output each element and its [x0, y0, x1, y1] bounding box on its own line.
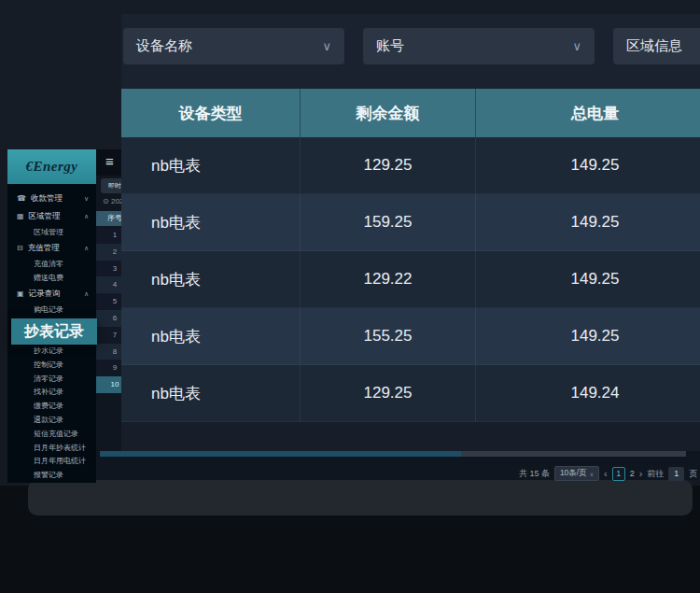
cell-device-type: nb电表	[121, 308, 301, 365]
sidebar-item-gift-power[interactable]: 赠送电费	[7, 271, 96, 285]
sidebar-item-adjust-records[interactable]: 找补记录	[7, 386, 96, 400]
pagination-bar: 共 15 条 10条/页 ∨ ‹ 1 2 › 前往 1 页	[519, 464, 697, 483]
sidebar-item-label: 记录查询	[29, 289, 61, 300]
cell-total-power: 149.25	[476, 308, 700, 365]
next-page-button[interactable]: ›	[639, 467, 643, 480]
horizontal-scrollbar	[0, 451, 700, 457]
chevron-up-icon: ∧	[84, 245, 89, 252]
cell-device-type: nb电表	[121, 365, 301, 422]
account-select-value: 账号	[376, 37, 404, 55]
scrollbar-thumb[interactable]	[100, 451, 461, 457]
table-row[interactable]: nb电表 129.22 149.25	[121, 251, 700, 308]
sidebar-item-label: 充值管理	[28, 243, 60, 254]
device-name-select[interactable]: 设备名称 ∨	[123, 28, 344, 64]
filter-bar: 设备名称 ∨ 账号 ∨ 区域信息	[123, 28, 700, 64]
cell-total-power: 149.25	[476, 137, 700, 194]
sidebar-item-sms-recharge-records[interactable]: 短信充值记录	[7, 428, 96, 442]
sidebar-item-region[interactable]: 区域管理	[7, 225, 96, 239]
pagination-total: 共 15 条	[519, 468, 550, 480]
goto-page-input[interactable]: 1	[668, 467, 684, 481]
chevron-down-icon: ∨	[84, 195, 89, 203]
cell-total-power: 149.25	[476, 194, 700, 251]
sidebar-item-recharge-group[interactable]: ⊟ 充值管理 ∧	[7, 239, 96, 257]
region-icon: ▦	[17, 212, 24, 220]
device-name-select-value: 设备名称	[136, 37, 192, 55]
cell-remaining-amount: 129.25	[301, 365, 476, 422]
hamburger-menu-icon[interactable]: ≡	[105, 153, 114, 169]
prev-page-button[interactable]: ‹	[604, 467, 608, 480]
records-icon: ▣	[17, 289, 24, 298]
scrollbar-track[interactable]	[461, 451, 686, 457]
cell-remaining-amount: 159.25	[301, 194, 476, 251]
goto-suffix: 页	[689, 468, 697, 480]
sidebar-item-records-group[interactable]: ▣ 记录查询 ∧	[7, 285, 96, 303]
sidebar-item-purchase-records[interactable]: 购电记录	[7, 303, 96, 317]
payment-icon: ☎	[17, 194, 26, 203]
goto-label: 前往	[647, 468, 664, 480]
column-header-device-type: 设备类型	[121, 89, 301, 137]
sidebar-item-label: 区域管理	[29, 211, 61, 222]
sidebar: €Energy ☎ 收款管理 ∨ ▦ 区域管理 ∧ 区域管理 ⊟ 充值管理 ∧ …	[7, 149, 96, 483]
chevron-down-icon: ∨	[322, 39, 331, 53]
region-select[interactable]: 区域信息	[613, 28, 700, 64]
sidebar-item-alarm-records[interactable]: 报警记录	[7, 469, 96, 483]
table-row[interactable]: nb电表 155.25 149.25	[121, 308, 700, 365]
records-panel: 设备名称 ∨ 账号 ∨ 区域信息 设备类型 剩余金额 总电量 nb电表 129.…	[121, 14, 700, 451]
table-header-row: 设备类型 剩余金额 总电量	[121, 89, 700, 137]
clock-icon: ⊙	[103, 197, 109, 205]
chevron-down-icon: ∨	[590, 471, 594, 477]
sidebar-item-clear-records[interactable]: 清零记录	[7, 373, 96, 387]
sidebar-item-payment[interactable]: ☎ 收款管理 ∨	[7, 190, 96, 207]
cell-device-type: nb电表	[121, 137, 301, 194]
page-size-value: 10条/页	[560, 468, 587, 479]
chevron-up-icon: ∧	[84, 213, 89, 220]
sidebar-item-region-group[interactable]: ▦ 区域管理 ∧	[7, 207, 96, 225]
sidebar-item-refund-records[interactable]: 退款记录	[7, 414, 96, 428]
page-size-select[interactable]: 10条/页 ∨	[554, 466, 599, 481]
chevron-up-icon: ∧	[84, 290, 89, 298]
sidebar-item-usage-statistics[interactable]: 日月年用电统计	[7, 455, 96, 469]
recharge-card-icon: ⊟	[17, 244, 23, 252]
table-empty-area	[121, 422, 700, 451]
sidebar-item-recharge-clear[interactable]: 充值清零	[7, 257, 96, 271]
active-menu-callout[interactable]: 抄表记录	[11, 318, 97, 345]
table-body: nb电表 129.25 149.25 nb电表 159.25 149.25 nb…	[121, 137, 700, 422]
app-logo: €Energy	[7, 149, 96, 184]
column-header-remaining-amount: 剩余金额	[301, 89, 476, 137]
region-select-value: 区域信息	[626, 37, 682, 55]
page-button-current[interactable]: 1	[612, 467, 625, 481]
cell-device-type: nb电表	[121, 194, 301, 251]
table-row[interactable]: nb电表 129.25 149.25	[121, 137, 700, 194]
cell-device-type: nb电表	[121, 251, 301, 308]
sidebar-item-control-records[interactable]: 控制记录	[7, 359, 96, 373]
account-select[interactable]: 账号 ∨	[363, 28, 595, 64]
sidebar-item-label: 收款管理	[31, 193, 63, 205]
cell-total-power: 149.25	[476, 251, 700, 308]
app-root: ≡ 即时抄表 ⊙ 2024 序号 1 2 3 4 5 6 7 8 9 10 €E…	[0, 0, 700, 593]
column-header-total-power: 总电量	[476, 89, 700, 137]
cell-remaining-amount: 155.25	[301, 308, 476, 365]
table-row[interactable]: nb电表 159.25 149.25	[121, 194, 700, 251]
table-row[interactable]: nb电表 129.25 149.24	[121, 365, 700, 422]
page-button[interactable]: 2	[630, 469, 635, 478]
cell-remaining-amount: 129.25	[301, 137, 476, 194]
sidebar-item-water-reading-records[interactable]: 抄水记录	[7, 345, 96, 359]
sidebar-item-payment-records[interactable]: 缴费记录	[7, 400, 96, 414]
cell-remaining-amount: 129.22	[301, 251, 476, 308]
page-background-bottom-card	[28, 480, 693, 515]
cell-total-power: 149.24	[476, 365, 700, 422]
chevron-down-icon: ∨	[572, 39, 581, 53]
